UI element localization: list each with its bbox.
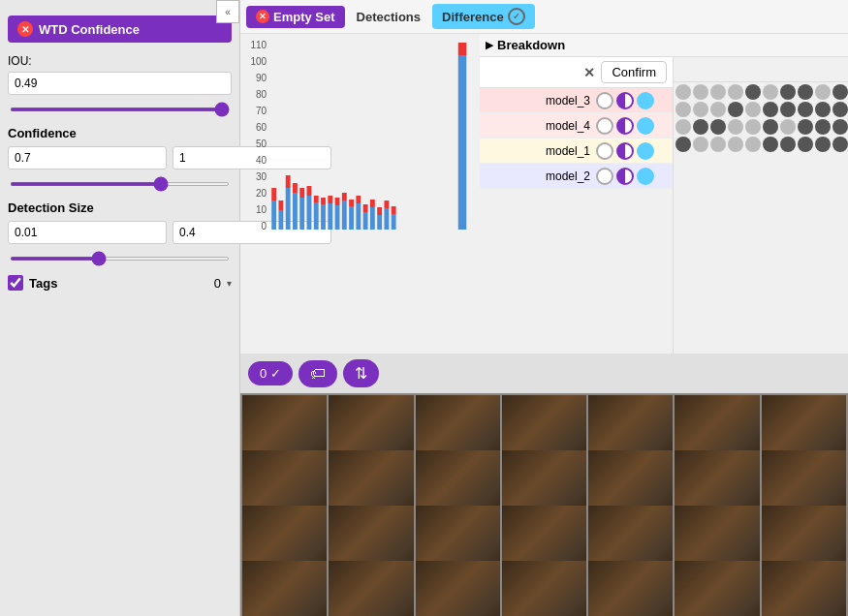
iou-input[interactable] <box>8 72 232 95</box>
svg-rect-16 <box>293 193 298 230</box>
svg-rect-34 <box>356 203 361 230</box>
y-label-30: 30 <box>244 171 267 182</box>
confirm-button[interactable]: Confirm <box>601 61 667 83</box>
upset-models-col: ✕ Confirm model_3 <box>480 57 674 354</box>
svg-rect-24 <box>321 204 326 230</box>
y-label-90: 90 <box>244 73 267 83</box>
svg-rect-13 <box>279 200 284 210</box>
y-label-60: 60 <box>244 122 267 133</box>
dot <box>728 102 743 117</box>
count-check-button[interactable]: 0 ✓ <box>248 361 293 385</box>
y-label-100: 100 <box>244 56 267 67</box>
dot <box>745 119 761 135</box>
dot <box>745 137 761 152</box>
confidence-slider-container <box>8 175 232 189</box>
svg-rect-18 <box>299 198 304 230</box>
svg-rect-10 <box>271 200 276 230</box>
dot <box>832 119 848 135</box>
sort-button[interactable]: ⇅ <box>343 359 379 387</box>
iou-label: IOU: <box>8 54 32 68</box>
dot <box>815 119 831 135</box>
dot-row-2 <box>675 119 846 135</box>
dot <box>815 84 831 100</box>
iou-slider[interactable] <box>10 108 230 111</box>
dot <box>675 102 691 117</box>
svg-rect-15 <box>286 175 291 188</box>
dot <box>693 119 708 135</box>
image-cell[interactable] <box>416 561 500 616</box>
dot <box>763 137 778 152</box>
dot <box>693 137 708 152</box>
empty-set-x-icon: ✕ <box>256 10 269 23</box>
tag-button[interactable]: 🏷 <box>298 360 337 387</box>
image-cell[interactable] <box>502 561 586 616</box>
dot <box>815 137 831 152</box>
tags-checkbox[interactable] <box>8 275 23 291</box>
tags-count: 0 <box>214 276 221 291</box>
image-cell[interactable] <box>329 561 413 616</box>
model-row-1: model_1 <box>480 139 673 164</box>
y-label-50: 50 <box>244 139 267 149</box>
svg-rect-41 <box>377 207 382 215</box>
model-3-circle-half <box>616 92 634 109</box>
dot <box>832 84 848 100</box>
model-2-label: model_2 <box>480 169 596 183</box>
model-row-4: model_4 <box>480 113 673 139</box>
svg-rect-19 <box>299 188 304 198</box>
dot <box>798 102 813 117</box>
sort-icon: ⇅ <box>355 365 367 382</box>
tabs-row: ✕ Empty Set Detections Difference ✓ <box>240 0 848 34</box>
image-cell[interactable] <box>242 561 327 616</box>
dot <box>710 119 726 135</box>
dot <box>710 84 726 100</box>
detection-size-min-input[interactable] <box>8 221 167 244</box>
tab-empty-set[interactable]: ✕ Empty Set <box>246 6 345 28</box>
svg-rect-25 <box>321 198 326 204</box>
svg-rect-44 <box>392 214 396 230</box>
model-row-3: model_3 <box>480 88 673 113</box>
y-axis: 110 100 90 80 70 60 50 40 30 20 10 0 <box>244 38 270 231</box>
detection-size-slider-container <box>8 250 232 263</box>
confidence-slider[interactable] <box>10 182 230 186</box>
confidence-label: Confidence <box>8 126 232 140</box>
dot <box>780 137 796 152</box>
model-1-label: model_1 <box>480 144 596 158</box>
wtd-confidence-button[interactable]: ✕ WTD Confidence <box>8 15 232 43</box>
right-panel: ✕ Empty Set Detections Difference ✓ 110 … <box>240 0 848 616</box>
collapse-button[interactable]: « <box>216 0 239 23</box>
svg-rect-33 <box>349 200 354 206</box>
collapse-icon: « <box>225 7 231 17</box>
y-label-20: 20 <box>244 188 267 199</box>
image-toolbar: 0 ✓ 🏷 ⇅ <box>240 354 848 393</box>
svg-rect-27 <box>328 196 332 203</box>
svg-rect-11 <box>271 188 276 200</box>
dot <box>780 84 796 100</box>
svg-rect-45 <box>392 206 396 214</box>
model-2-circle-half <box>616 168 634 185</box>
tab-difference[interactable]: Difference ✓ <box>432 4 535 29</box>
svg-rect-30 <box>342 200 347 230</box>
wtd-x-icon: ✕ <box>17 21 33 37</box>
x-button[interactable]: ✕ <box>583 65 595 80</box>
image-cell[interactable] <box>762 561 846 616</box>
model-2-icons <box>596 168 654 185</box>
dot <box>832 102 848 117</box>
image-cell[interactable] <box>675 561 759 616</box>
tab-detections[interactable]: Detections <box>349 6 428 28</box>
chart-area: 110 100 90 80 70 60 50 40 30 20 10 0 <box>240 34 480 354</box>
dot <box>675 137 691 152</box>
svg-rect-47 <box>458 43 466 55</box>
detection-size-label: Detection Size <box>8 200 232 215</box>
y-label-80: 80 <box>244 89 267 100</box>
confidence-min-input[interactable] <box>8 146 167 169</box>
image-cell[interactable] <box>588 561 673 616</box>
detection-size-slider[interactable] <box>10 257 230 261</box>
iou-label-row: IOU: <box>8 54 232 68</box>
tags-chevron-icon[interactable]: ▾ <box>227 278 232 289</box>
difference-check-icon: ✓ <box>508 8 525 25</box>
model-1-circle-half <box>616 142 634 160</box>
breakdown-row[interactable]: ▶ Breakdown <box>480 34 848 57</box>
dot <box>728 84 743 100</box>
tags-section: Tags 0 ▾ <box>8 275 232 291</box>
model-1-circle-solid <box>637 142 654 160</box>
